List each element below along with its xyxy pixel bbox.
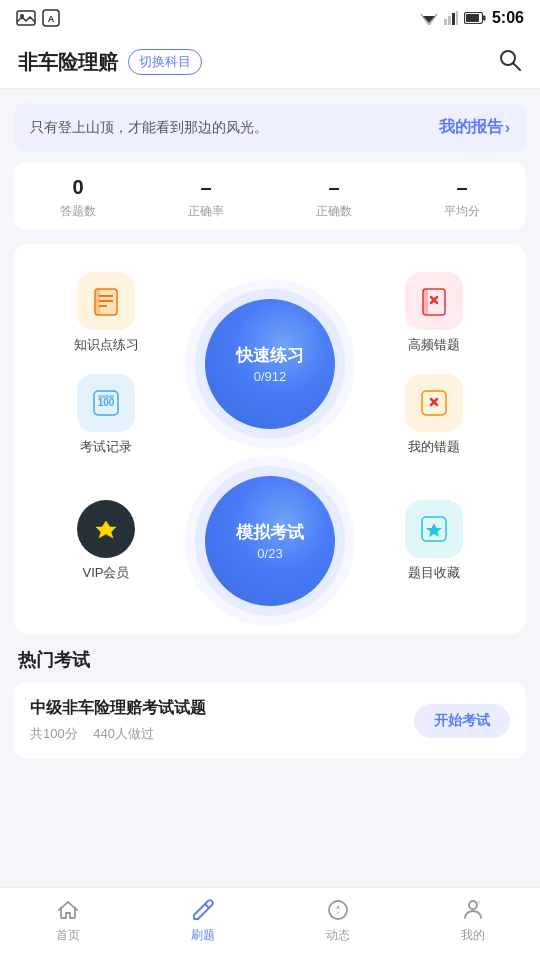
bottom-navigation: 首页 刷题 动态 我的 xyxy=(0,887,540,960)
stat-accuracy: – 正确率 xyxy=(188,176,224,220)
svg-rect-11 xyxy=(483,16,486,21)
exam-count: 440人做过 xyxy=(93,726,154,741)
mock-exam-button[interactable]: 模拟考试 0/23 xyxy=(188,466,352,616)
my-errors-label: 我的错题 xyxy=(408,438,460,456)
vip-button[interactable]: VIP会员 xyxy=(24,490,188,592)
favorites-label: 题目收藏 xyxy=(408,564,460,582)
nav-practice-label: 刷题 xyxy=(191,927,215,944)
search-icon xyxy=(498,48,522,72)
exam-info: 中级非车险理赔考试试题 共100分 440人做过 xyxy=(30,698,206,743)
my-report-link[interactable]: 我的报告 › xyxy=(439,117,510,138)
compass-icon xyxy=(324,896,352,924)
knowledge-icon xyxy=(77,272,135,330)
fast-practice-circle[interactable]: 快速练习 0/912 xyxy=(205,299,335,429)
function-grid: 知识点练习 快速练习 0/912 高频错题 xyxy=(14,244,526,634)
signal-icon xyxy=(444,11,458,25)
header-left: 非车险理赔 切换科目 xyxy=(18,49,202,76)
status-bar: A 5:06 xyxy=(0,0,540,36)
banner-quote: 只有登上山顶，才能看到那边的风光。 xyxy=(30,119,439,137)
battery-icon xyxy=(464,12,486,24)
page-title: 非车险理赔 xyxy=(18,49,118,76)
my-errors-button[interactable]: 我的错题 xyxy=(352,364,516,466)
svg-rect-24 xyxy=(423,289,428,315)
high-freq-errors-button[interactable]: 高频错题 xyxy=(352,262,516,364)
svg-marker-41 xyxy=(336,910,340,915)
svg-rect-7 xyxy=(452,13,455,25)
high-freq-icon xyxy=(405,272,463,330)
search-button[interactable] xyxy=(498,48,522,76)
app-icon: A xyxy=(42,9,60,27)
exam-card: 中级非车险理赔考试试题 共100分 440人做过 开始考试 xyxy=(14,682,526,759)
fast-practice-button[interactable]: 快速练习 0/912 xyxy=(188,289,352,439)
knowledge-label: 知识点练习 xyxy=(74,336,139,354)
exam-name: 中级非车险理赔考试试题 xyxy=(30,698,206,719)
svg-rect-5 xyxy=(444,19,447,25)
high-freq-label: 高频错题 xyxy=(408,336,460,354)
stat-correct-count: – 正确数 xyxy=(316,176,352,220)
svg-line-13 xyxy=(514,64,521,71)
hot-exams-title: 热门考试 xyxy=(18,648,522,672)
mock-exam-circle[interactable]: 模拟考试 0/23 xyxy=(205,476,335,606)
home-icon xyxy=(54,896,82,924)
exam-score: 共100分 xyxy=(30,726,78,741)
svg-line-38 xyxy=(205,904,209,908)
status-time: 5:06 xyxy=(492,9,524,27)
nav-dynamics[interactable]: 动态 xyxy=(308,896,368,944)
svg-rect-28 xyxy=(98,395,114,398)
exam-record-button[interactable]: 100 考试记录 xyxy=(24,364,188,466)
wifi-icon xyxy=(420,11,438,25)
svg-text:A: A xyxy=(48,14,55,24)
start-exam-button[interactable]: 开始考试 xyxy=(414,704,510,738)
svg-rect-6 xyxy=(448,16,451,25)
status-left-icons: A xyxy=(16,9,60,27)
svg-rect-19 xyxy=(95,289,100,315)
favorites-button[interactable]: 题目收藏 xyxy=(352,490,516,592)
nav-mine-label: 我的 xyxy=(461,927,485,944)
exam-meta: 共100分 440人做过 xyxy=(30,725,206,743)
exam-record-label: 考试记录 xyxy=(80,438,132,456)
my-errors-icon xyxy=(405,374,463,432)
svg-marker-40 xyxy=(336,905,340,910)
svg-rect-10 xyxy=(466,14,479,22)
nav-dynamics-label: 动态 xyxy=(326,927,350,944)
nav-practice[interactable]: 刷题 xyxy=(173,896,233,944)
switch-subject-button[interactable]: 切换科目 xyxy=(128,49,202,75)
stats-bar: 0 答题数 – 正确率 – 正确数 – 平均分 xyxy=(14,162,526,230)
stat-average-score: – 平均分 xyxy=(444,176,480,220)
pen-icon xyxy=(189,896,217,924)
person-icon xyxy=(459,896,487,924)
favorites-icon xyxy=(405,500,463,558)
header: 非车险理赔 切换科目 xyxy=(0,36,540,89)
svg-point-39 xyxy=(329,901,347,919)
svg-text:100: 100 xyxy=(98,397,115,408)
exam-record-icon: 100 xyxy=(77,374,135,432)
banner: 只有登上山顶，才能看到那边的风光。 我的报告 › xyxy=(14,103,526,152)
vip-icon xyxy=(77,500,135,558)
knowledge-practice-button[interactable]: 知识点练习 xyxy=(24,262,188,364)
nav-home-label: 首页 xyxy=(56,927,80,944)
nav-mine[interactable]: 我的 xyxy=(443,896,503,944)
svg-point-42 xyxy=(469,901,477,909)
stat-answer-count: 0 答题数 xyxy=(60,176,96,220)
image-icon xyxy=(16,10,36,26)
vip-label: VIP会员 xyxy=(83,564,130,582)
status-right-icons: 5:06 xyxy=(420,9,524,27)
nav-home[interactable]: 首页 xyxy=(38,896,98,944)
svg-rect-0 xyxy=(17,11,35,25)
svg-rect-8 xyxy=(456,11,458,25)
